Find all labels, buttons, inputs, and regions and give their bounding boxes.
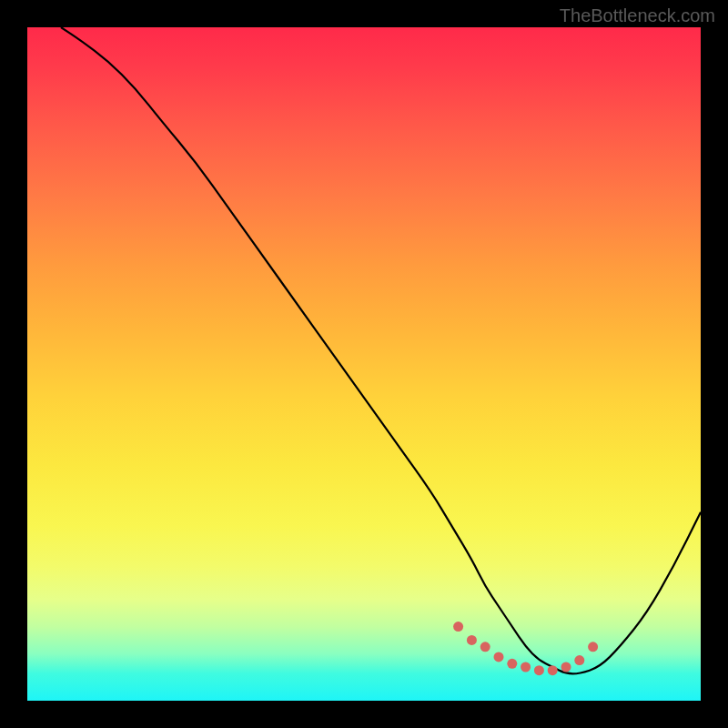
- marker-dot: [467, 635, 477, 645]
- marker-dot: [574, 655, 584, 665]
- marker-dot: [588, 642, 598, 652]
- marker-dot: [534, 665, 544, 675]
- marker-dot: [548, 665, 558, 675]
- marker-dot: [453, 622, 463, 632]
- marker-dot: [507, 659, 517, 669]
- optimal-range-markers: [453, 622, 598, 675]
- marker-dot: [521, 662, 531, 672]
- chart-svg: [27, 27, 701, 701]
- marker-dot: [480, 642, 490, 652]
- bottleneck-curve-path: [61, 27, 701, 673]
- marker-dot: [561, 662, 571, 672]
- marker-dot: [494, 652, 504, 662]
- plot-area: [27, 27, 701, 701]
- watermark-text: TheBottleneck.com: [560, 5, 715, 26]
